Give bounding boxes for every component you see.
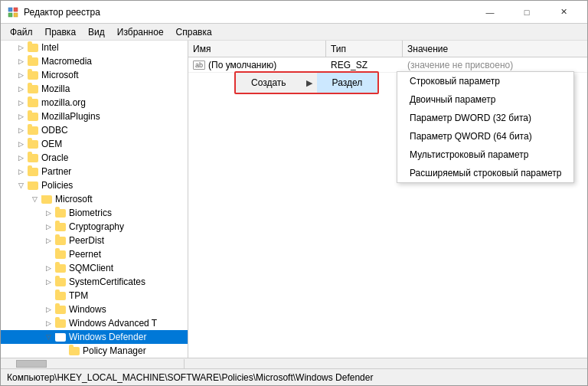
context-submenu: Строковый параметр Двоичный параметр Пар… xyxy=(397,71,574,183)
submenu-item-string[interactable]: Строковый параметр xyxy=(397,72,573,90)
expander-icon: ▷ xyxy=(15,96,27,109)
tree-label-sqmclient: SQMClient xyxy=(69,263,113,273)
tree-item-mozillaplugins[interactable]: ▷ MozillaPlugins xyxy=(1,110,188,123)
tree-label-microsoft: Microsoft xyxy=(41,70,79,80)
tree-hscroll[interactable] xyxy=(1,359,185,368)
tree-label-odbc: ODBC xyxy=(41,125,68,136)
minimize-button[interactable]: — xyxy=(472,1,508,24)
tree-item-policies[interactable]: ▽ Policies xyxy=(1,178,188,192)
tree-item-windows-advanced[interactable]: ▷ Windows Advanced T xyxy=(1,316,188,330)
tree-item-macromedia[interactable]: ▷ Macromedia xyxy=(1,54,188,68)
hscroll-thumb[interactable] xyxy=(16,360,47,368)
expander-icon: ▷ xyxy=(15,152,27,164)
expander-icon: ▷ xyxy=(42,303,54,316)
tree-item-biometrics[interactable]: ▷ Biometrics xyxy=(1,206,188,220)
tree-item-systemcerts[interactable]: ▷ SystemCertificates xyxy=(1,275,188,289)
tree-label-policy-manager: Policy Manager xyxy=(83,345,146,356)
svg-rect-1 xyxy=(14,8,18,11)
expander-icon xyxy=(56,345,68,357)
submenu-arrow-icon: ▶ xyxy=(302,78,317,88)
context-menu: Создать ▶ Раздел Строковый параметр Двои… xyxy=(234,71,379,94)
tree-label-systemcerts: SystemCertificates xyxy=(69,276,145,287)
table-row[interactable]: ab (По умолчанию) REG_SZ (значение не пр… xyxy=(188,57,587,73)
tree-item-windows-defender[interactable]: ▽ Windows Defender xyxy=(1,330,188,344)
tree-label-policies-microsoft: Microsoft xyxy=(55,194,93,204)
folder-icon xyxy=(27,165,39,178)
window-controls: — □ ✕ xyxy=(472,1,581,24)
tree-item-tpm[interactable]: TPM xyxy=(1,289,188,303)
tree-label-windows-defender: Windows Defender xyxy=(69,332,146,342)
tree-item-cryptography[interactable]: ▷ Cryptography xyxy=(1,220,188,234)
submenu-item-multistring[interactable]: Мультистроковый параметр xyxy=(397,146,573,164)
submenu-item-dword[interactable]: Параметр DWORD (32 бита) xyxy=(397,109,573,127)
expander-icon: ▷ xyxy=(42,276,54,288)
create-button[interactable]: Создать xyxy=(236,73,302,93)
expander-icon xyxy=(42,248,54,260)
folder-icon xyxy=(27,55,39,67)
tree-label-partner: Partner xyxy=(41,166,71,177)
cell-name: ab (По умолчанию) xyxy=(188,60,326,70)
folder-icon xyxy=(27,83,39,95)
tree-label-mozillaplugins: MozillaPlugins xyxy=(41,111,100,122)
menu-help[interactable]: Справка xyxy=(170,25,218,39)
tree-label-oem: OEM xyxy=(41,139,62,149)
folder-icon xyxy=(54,221,67,233)
col-header-value: Значение xyxy=(403,41,587,57)
expander-icon: ▷ xyxy=(15,138,27,150)
svg-rect-0 xyxy=(8,8,12,11)
tree-item-oem[interactable]: ▷ OEM xyxy=(1,137,188,151)
tree-item-policies-microsoft[interactable]: ▽ Microsoft xyxy=(1,192,188,206)
folder-icon xyxy=(54,317,67,329)
tree-item-partner[interactable]: ▷ Partner xyxy=(1,165,188,178)
folder-icon xyxy=(27,110,39,123)
folder-icon xyxy=(27,138,39,150)
tree-label-peernet: Peernet xyxy=(69,249,101,260)
folder-icon xyxy=(54,290,67,302)
tree-item-peernet[interactable]: Peernet xyxy=(1,247,188,261)
tree-label-peerdist: PeerDist xyxy=(69,235,104,246)
expander-icon: ▽ xyxy=(28,193,41,205)
tree-item-intel[interactable]: ▷ Intel xyxy=(1,41,188,54)
expander-icon: ▷ xyxy=(42,262,54,274)
menu-view[interactable]: Вид xyxy=(82,25,111,39)
submenu-item-binary[interactable]: Двоичный параметр xyxy=(397,90,573,109)
folder-icon xyxy=(54,207,67,219)
tree-item-peerdist[interactable]: ▷ PeerDist xyxy=(1,234,188,247)
expander-icon xyxy=(42,290,54,302)
expander-icon: ▷ xyxy=(15,124,27,136)
folder-icon xyxy=(54,303,67,316)
tree-item-oracle[interactable]: ▷ Oracle xyxy=(1,151,188,165)
submenu-item-qword[interactable]: Параметр QWORD (64 бита) xyxy=(397,127,573,146)
submenu-item-expandstring[interactable]: Расширяемый строковый параметр xyxy=(397,164,573,182)
horizontal-scrollbar[interactable] xyxy=(1,358,587,368)
tree-item-mozilla[interactable]: ▷ Mozilla xyxy=(1,82,188,96)
registry-tree[interactable]: ▷ Intel ▷ Macromedia ▷ Microsoft ▷ Mozil… xyxy=(1,41,188,358)
folder-icon xyxy=(54,234,67,247)
maximize-button[interactable]: □ xyxy=(509,1,544,24)
tree-item-microsoft[interactable]: ▷ Microsoft xyxy=(1,68,188,82)
tree-label-mozilla: Mozilla xyxy=(41,83,70,94)
tree-item-odbc[interactable]: ▷ ODBC xyxy=(1,123,188,137)
tree-item-mozillaorg[interactable]: ▷ mozilla.org xyxy=(1,96,188,110)
svg-rect-2 xyxy=(8,13,12,17)
tree-label-windows: Windows xyxy=(69,304,106,315)
menu-file[interactable]: Файл xyxy=(4,25,39,39)
expander-icon: ▷ xyxy=(15,69,27,81)
menu-favorites[interactable]: Избранное xyxy=(111,25,170,39)
tree-label-policies: Policies xyxy=(41,180,73,191)
expander-icon: ▷ xyxy=(42,234,54,247)
expander-icon: ▷ xyxy=(15,110,27,123)
close-button[interactable]: ✕ xyxy=(546,1,581,24)
tree-label-windows-advanced: Windows Advanced T xyxy=(69,318,157,329)
tree-label-macromedia: Macromedia xyxy=(41,56,92,67)
window-title: Редактор реестра xyxy=(24,7,472,18)
razdel-button[interactable]: Раздел xyxy=(317,73,378,93)
tree-item-sqmclient[interactable]: ▷ SQMClient xyxy=(1,261,188,275)
expander-icon: ▷ xyxy=(15,83,27,95)
status-text: Компьютер\HKEY_LOCAL_MACHINE\SOFTWARE\Po… xyxy=(7,372,373,383)
tree-label-tpm: TPM xyxy=(69,290,88,301)
menu-edit[interactable]: Правка xyxy=(39,25,83,39)
tree-item-windows[interactable]: ▷ Windows xyxy=(1,303,188,316)
tree-item-policy-manager[interactable]: Policy Manager xyxy=(1,344,188,358)
expander-icon: ▷ xyxy=(15,165,27,178)
